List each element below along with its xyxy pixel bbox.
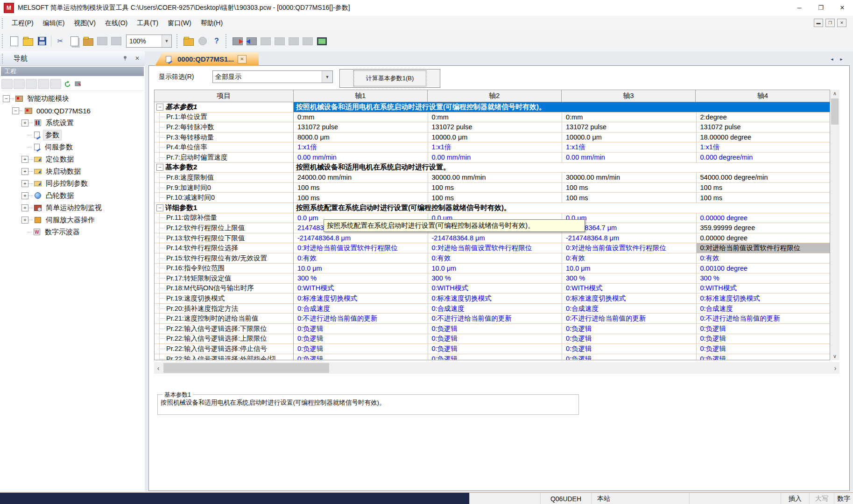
value-cell[interactable]: -214748364.8 μm <box>428 233 563 244</box>
value-cell[interactable]: 0:对进给当前值设置软件行程限位 <box>294 243 428 253</box>
value-cell[interactable]: 0.00 mm/min <box>294 153 428 163</box>
zoom-dropdown-arrow[interactable]: ▼ <box>162 35 171 47</box>
cut-icon[interactable]: ✂ <box>54 35 67 48</box>
expand-icon[interactable]: + <box>21 204 28 211</box>
value-cell[interactable]: 24000.00 mm/min <box>294 173 428 183</box>
new-project-icon[interactable] <box>7 35 21 48</box>
value-cell[interactable]: 0:负逻辑 <box>294 344 428 354</box>
tree-item[interactable]: +块启动数据 <box>0 165 145 177</box>
value-cell[interactable]: 100 ms <box>697 183 831 193</box>
value-cell[interactable]: 0.00100 degree <box>697 264 831 274</box>
module-edit-icon[interactable] <box>73 79 84 89</box>
value-cell[interactable]: 0:对进给当前值设置软件行程限位 <box>562 243 697 253</box>
collapse-icon[interactable]: − <box>12 107 19 114</box>
monitor-mode-icon[interactable] <box>315 35 328 48</box>
value-cell[interactable]: 0:有效 <box>697 253 831 264</box>
tab-close-icon[interactable]: ✕ <box>238 55 247 63</box>
menu-item[interactable]: 帮助(H) <box>196 17 227 29</box>
paste-icon[interactable] <box>82 35 95 48</box>
vertical-scrollbar[interactable]: ∧ ∨ <box>830 90 839 360</box>
value-cell[interactable]: 10.0 μm <box>562 264 697 274</box>
value-cell[interactable]: 0:mm <box>562 112 697 123</box>
value-cell[interactable]: 0:标准速度切换模式 <box>294 294 428 304</box>
zoom-select[interactable]: 100% ▼ <box>126 35 172 48</box>
close-button[interactable]: ✕ <box>832 0 853 15</box>
tree-item[interactable]: +系统设置 <box>0 117 145 129</box>
value-cell[interactable]: 131072 pulse <box>428 122 563 133</box>
value-cell[interactable]: 10000.0 μm <box>428 133 563 143</box>
value-cell[interactable]: -214748364.8 μm <box>294 233 428 244</box>
tree-item[interactable]: +同步控制参数 <box>0 177 145 189</box>
value-cell[interactable]: 0:WITH模式 <box>428 284 563 294</box>
scroll-right-icon[interactable]: › <box>831 362 839 374</box>
mdi-close-button[interactable]: ✕ <box>837 19 846 27</box>
value-cell[interactable]: 18.00000 degree <box>697 133 831 143</box>
value-cell[interactable]: 131072 pulse <box>562 122 697 133</box>
collapse-icon[interactable]: − <box>3 95 10 102</box>
value-cell[interactable]: 100 ms <box>294 183 428 193</box>
value-cell[interactable]: 359.99999 degree <box>697 223 831 233</box>
value-cell[interactable]: 0:负逻辑 <box>697 324 831 334</box>
value-cell[interactable]: 10.0 μm <box>428 264 563 274</box>
menu-item[interactable]: 窗口(W) <box>163 17 196 29</box>
document-tab[interactable]: 0000:QD77MS1... ✕ <box>155 52 259 66</box>
menu-item[interactable]: 视图(V) <box>69 17 100 29</box>
tab-scroll-left-icon[interactable]: ◂ <box>829 55 835 63</box>
filter-dropdown-arrow[interactable]: ▼ <box>322 71 332 83</box>
expand-icon[interactable]: + <box>21 180 28 187</box>
value-cell[interactable]: 0:有效 <box>562 253 697 264</box>
module-config-icon[interactable] <box>182 35 195 48</box>
value-cell[interactable]: 30000.00 mm/min <box>428 173 563 183</box>
value-cell[interactable]: 0:负逻辑 <box>428 344 563 354</box>
value-cell[interactable]: 0:不进行进给当前值的更新 <box>428 314 563 324</box>
column-header[interactable]: 轴3 <box>562 90 696 102</box>
scroll-up-icon[interactable]: ∧ <box>830 90 839 98</box>
tree-item[interactable]: 参数 <box>0 129 145 141</box>
column-header[interactable]: 轴2 <box>428 90 562 102</box>
value-cell[interactable]: 0:不进行进给当前值的更新 <box>697 314 831 324</box>
collapse-icon[interactable]: − <box>156 104 163 111</box>
value-cell[interactable]: 100 ms <box>562 183 697 193</box>
value-cell[interactable]: 0:负逻辑 <box>294 324 428 334</box>
value-cell[interactable]: 0:标准速度切换模式 <box>428 294 563 304</box>
menu-item[interactable]: 工程(P) <box>7 17 38 29</box>
value-cell[interactable]: 0:合成速度 <box>294 304 428 314</box>
refresh-icon[interactable] <box>62 79 72 89</box>
value-cell[interactable]: 100 ms <box>428 193 563 203</box>
value-cell[interactable]: 0:负逻辑 <box>428 334 563 344</box>
menu-item[interactable]: 编辑(E) <box>38 17 70 29</box>
help-icon[interactable]: ? <box>210 35 223 48</box>
value-cell[interactable]: 0:标准速度切换模式 <box>562 294 697 304</box>
open-project-icon[interactable] <box>21 35 35 48</box>
tree-item[interactable]: +凸轮数据 <box>0 189 145 202</box>
value-cell[interactable]: 0:WITH模式 <box>294 284 428 294</box>
collapse-icon[interactable]: − <box>156 164 163 171</box>
value-cell[interactable]: 0:WITH模式 <box>562 284 697 294</box>
value-cell[interactable]: 300 % <box>697 273 831 284</box>
value-cell[interactable]: 0.00000 degree <box>697 233 831 244</box>
expand-icon[interactable]: + <box>21 156 28 163</box>
value-cell[interactable]: 0:合成速度 <box>428 304 563 314</box>
value-cell[interactable]: 10000.0 μm <box>562 133 697 143</box>
pin-icon[interactable] <box>120 54 130 63</box>
expand-icon[interactable]: + <box>21 168 28 175</box>
value-cell[interactable]: 131072 pulse <box>294 122 428 133</box>
value-cell[interactable]: 0:负逻辑 <box>697 354 831 360</box>
value-cell[interactable]: -214748364.8 μm <box>562 233 697 244</box>
value-cell[interactable]: 0:标准速度切换模式 <box>697 294 831 304</box>
expand-icon[interactable]: + <box>21 119 28 126</box>
value-cell[interactable]: 0:负逻辑 <box>562 324 697 334</box>
mdi-restore-button[interactable]: ❐ <box>825 19 835 27</box>
expand-icon[interactable]: + <box>21 192 28 199</box>
value-cell[interactable]: 1:x1倍 <box>697 142 831 153</box>
collapse-icon[interactable]: − <box>156 204 163 211</box>
value-cell[interactable]: 0:负逻辑 <box>562 354 697 360</box>
nav-close-icon[interactable]: ✕ <box>133 54 142 63</box>
value-cell[interactable]: 100 ms <box>562 193 697 203</box>
horizontal-scroll-thumb[interactable] <box>163 363 329 373</box>
tree-item[interactable]: +伺服放大器操作 <box>0 214 145 226</box>
value-cell[interactable]: 2:degree <box>697 112 831 123</box>
value-cell[interactable]: 0:不进行进给当前值的更新 <box>294 314 428 324</box>
value-cell[interactable]: 0:有效 <box>428 253 563 264</box>
horizontal-scrollbar[interactable]: ‹ › <box>154 362 839 374</box>
